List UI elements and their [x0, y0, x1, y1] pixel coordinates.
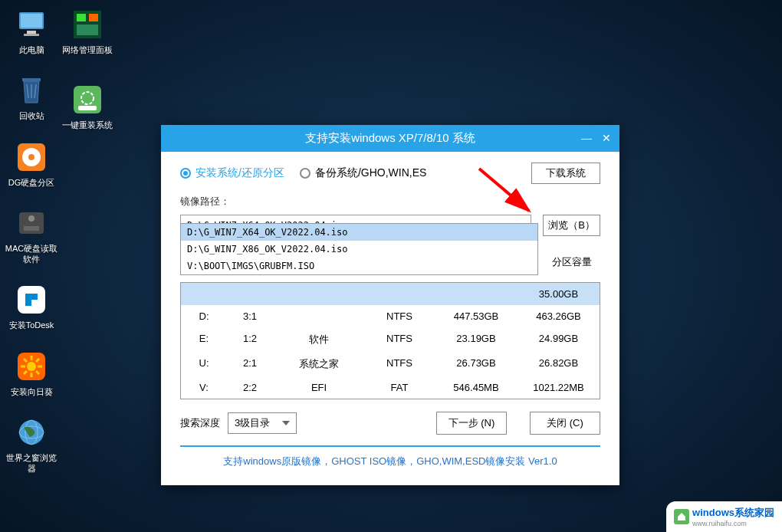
cell-name [273, 310, 365, 322]
desktop-icon-mac-disk[interactable]: MAC硬盘读取软件 [4, 206, 59, 265]
icon-label: MAC硬盘读取软件 [4, 243, 59, 265]
computer-icon [15, 8, 48, 41]
svg-rect-4 [22, 78, 41, 81]
cell-total: 463.26GB [518, 310, 599, 322]
desktop-icon-network-panel[interactable]: 网络管理面板 [60, 8, 115, 55]
cell-drive: D: [181, 310, 227, 322]
radio-label: 备份系统/GHO,WIN,ES [315, 166, 426, 180]
browse-button[interactable]: 浏览（B） [543, 215, 600, 236]
desktop-icons-column1: 此电脑 回收站 DG硬盘分区 MAC硬盘读取软件 安装ToDesk 安装向日葵 [4, 8, 59, 493]
watermark-title: windows系统家园 [692, 506, 774, 520]
cell-free: 546.45MB [434, 382, 518, 393]
svg-rect-31 [78, 106, 97, 110]
footer-text: 支持windows原版镜像，GHOST ISO镜像，GHO,WIM,ESD镜像安… [180, 445, 600, 476]
desktop-icon-this-pc[interactable]: 此电脑 [4, 8, 59, 55]
table-row[interactable]: D: 3:1 NTFS 447.53GB 463.26GB [181, 305, 600, 327]
radio-install[interactable]: 安装系统/还原分区 [180, 166, 284, 180]
table-row[interactable]: 35.00GB [181, 283, 600, 305]
dropdown-item[interactable]: V:\BOOT\IMGS\GRUBFM.ISO [181, 258, 537, 274]
cell-name: 软件 [273, 333, 365, 346]
watermark: windows系统家园 www.ruihaifu.com [666, 501, 782, 532]
svg-point-9 [28, 215, 34, 222]
cell-drive: U: [181, 357, 227, 371]
cell-fs: NTFS [365, 357, 434, 371]
cell-drive [181, 288, 227, 300]
close-button[interactable]: 关闭 (C) [530, 412, 600, 435]
cell-total: 26.82GB [518, 357, 599, 371]
cell-num: 1:2 [227, 333, 273, 346]
download-system-button[interactable]: 下载系统 [531, 163, 600, 184]
partition-table: 分区容量 35.00GB D: 3:1 NTFS 447.53GB 463.26… [180, 282, 600, 399]
recycle-bin-icon [15, 74, 48, 107]
cell-fs: NTFS [365, 333, 434, 346]
table-row[interactable]: V: 2:2 EFI FAT 546.45MB 1021.22MB [181, 376, 600, 399]
table-header-capacity: 分区容量 [552, 255, 592, 269]
dialog-title: 支持安装windows XP/7/8/10 系统 [305, 131, 475, 146]
desktop-icon-reinstall[interactable]: 一键重装系统 [60, 83, 115, 130]
icon-label: 一键重装系统 [62, 120, 113, 130]
svg-point-7 [28, 154, 34, 160]
cell-num [227, 288, 273, 300]
search-depth-select[interactable]: 3级目录 [228, 412, 297, 434]
next-button[interactable]: 下一步 (N) [436, 412, 507, 435]
cell-drive: V: [181, 382, 227, 393]
titlebar[interactable]: 支持安装windows XP/7/8/10 系统 — ✕ [161, 125, 619, 152]
cell-fs: NTFS [365, 310, 434, 322]
icon-label: 世界之窗浏览器 [4, 452, 59, 475]
dialog-body: 安装系统/还原分区 备份系统/GHO,WIN,ES 下载系统 镜像路径： D:\… [161, 152, 619, 485]
cell-fs: FAT [365, 382, 434, 393]
cell-free: 23.19GB [434, 333, 518, 346]
cell-total: 35.00GB [518, 288, 599, 300]
radio-row: 安装系统/还原分区 备份系统/GHO,WIN,ES 下载系统 [180, 163, 600, 184]
desktop-icon-sunflower[interactable]: 安装向日葵 [4, 350, 59, 397]
cell-total: 1021.22MB [518, 382, 599, 393]
cell-num: 2:2 [227, 382, 273, 393]
icon-label: 回收站 [19, 110, 44, 121]
cell-name [273, 288, 365, 300]
close-button[interactable]: ✕ [600, 131, 613, 145]
desktop-icon-todesk[interactable]: 安装ToDesk [4, 283, 59, 330]
titlebar-controls: — ✕ [580, 131, 613, 145]
radio-backup[interactable]: 备份系统/GHO,WIN,ES [300, 166, 426, 180]
table-row[interactable]: E: 1:2 软件 NTFS 23.19GB 24.99GB [181, 327, 600, 352]
svg-rect-27 [89, 14, 98, 21]
svg-rect-28 [77, 25, 98, 35]
cell-free: 447.53GB [434, 310, 518, 322]
cell-drive: E: [181, 333, 227, 346]
minimize-button[interactable]: — [580, 131, 593, 145]
icon-label: 安装向日葵 [11, 386, 53, 397]
watermark-text-block: windows系统家园 www.ruihaifu.com [692, 506, 774, 527]
chevron-down-icon [282, 421, 290, 425]
install-dialog: 支持安装windows XP/7/8/10 系统 — ✕ 安装系统/还原分区 备… [161, 125, 619, 485]
disk-partition-icon [15, 140, 48, 174]
mac-disk-icon [15, 206, 48, 240]
icon-label: DG硬盘分区 [8, 177, 55, 188]
svg-point-13 [27, 362, 36, 371]
cell-num: 2:1 [227, 357, 273, 371]
svg-rect-3 [24, 34, 39, 36]
path-dropdown-list: D:\G_WIN7_X64_OK_V2022.04.iso D:\G_WIN7_… [180, 223, 538, 275]
watermark-url: www.ruihaifu.com [692, 520, 774, 527]
radio-label: 安装系统/还原分区 [196, 166, 284, 180]
radio-icon [300, 168, 310, 179]
reinstall-icon [71, 83, 104, 117]
depth-value: 3级目录 [235, 416, 270, 430]
cell-free [434, 288, 518, 300]
svg-rect-1 [21, 14, 42, 28]
cell-num: 3:1 [227, 310, 273, 322]
desktop-icon-dg-disk[interactable]: DG硬盘分区 [4, 140, 59, 188]
desktop-icon-browser[interactable]: 世界之窗浏览器 [4, 415, 59, 475]
dropdown-item[interactable]: D:\G_WIN7_X64_OK_V2022.04.iso [181, 224, 537, 241]
sunflower-icon [15, 350, 48, 383]
cell-total: 24.99GB [518, 333, 599, 346]
cell-name: EFI [273, 382, 365, 393]
table-row[interactable]: U: 2:1 系统之家 NTFS 26.73GB 26.82GB [181, 352, 600, 376]
cell-free: 26.73GB [434, 357, 518, 371]
windows-home-icon [674, 509, 689, 524]
dropdown-item[interactable]: D:\G_WIN7_X86_OK_V2022.04.iso [181, 241, 537, 258]
globe-icon [15, 415, 48, 449]
icon-label: 网络管理面板 [62, 44, 113, 55]
radio-icon [180, 168, 191, 179]
desktop-icon-recycle-bin[interactable]: 回收站 [4, 74, 59, 121]
network-panel-icon [71, 8, 104, 41]
